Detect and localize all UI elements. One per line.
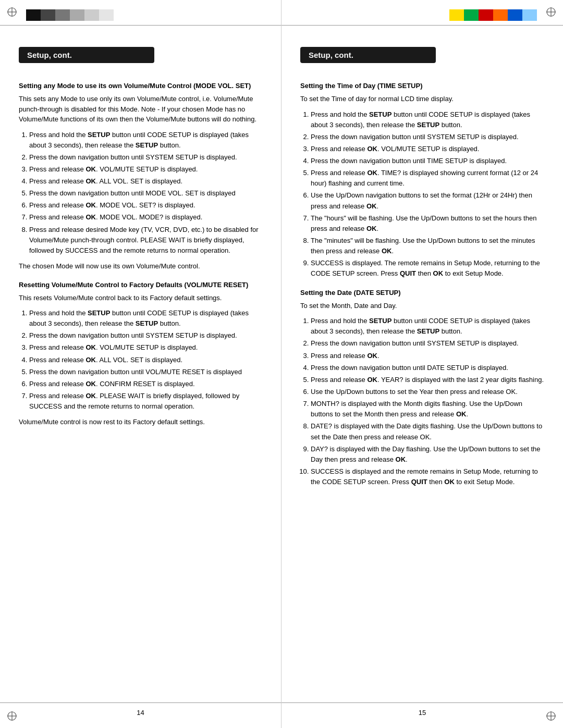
list-item: Press and release OK. CONFIRM RESET is d…	[29, 379, 262, 389]
list-item: Press and release OK. YEAR? is displayed…	[311, 375, 544, 385]
rcb-5	[508, 9, 522, 21]
cb-3	[55, 9, 70, 21]
list-item: SUCCESS is displayed and the remote rema…	[311, 466, 544, 487]
list-item: The "minutes" will be flashing. Use the …	[311, 236, 544, 256]
right-section1-steps: Press and hold the SETUP button until CO…	[300, 109, 544, 279]
cb-2	[41, 9, 55, 21]
color-bar-left	[26, 9, 114, 21]
left-section-title: Setup, cont.	[19, 47, 154, 63]
list-item: Press the down navigation button until S…	[29, 152, 262, 163]
left-section1-steps: Press and hold the SETUP button until CO…	[19, 130, 262, 256]
bottom-line-left	[0, 702, 281, 703]
right-section2-steps: Press and hold the SETUP button until CO…	[300, 316, 544, 487]
list-item: Press and release OK. MODE VOL. MODE? is…	[29, 212, 262, 223]
rcb-4	[493, 9, 508, 21]
left-page: Setup, cont. Setting any Mode to use its…	[0, 0, 282, 728]
right-section1-intro: To set the Time of day for normal LCD ti…	[300, 94, 544, 104]
list-item: Press the down navigation button until V…	[29, 367, 262, 377]
left-section2-steps: Press and hold the SETUP button until CO…	[19, 308, 262, 412]
crosshair-bl-left	[6, 710, 18, 722]
left-page-number: 14	[137, 709, 144, 717]
top-line-left	[0, 25, 281, 26]
list-item: Press the down navigation button until S…	[311, 132, 544, 142]
list-item: Press the down navigation button until D…	[311, 363, 544, 373]
left-section1-intro: This sets any Mode to use only its own V…	[19, 94, 262, 125]
right-page: Setup, cont. Setting the Time of Day (TI…	[282, 0, 563, 728]
bottom-line-right	[282, 702, 563, 703]
left-section1-outro: The chosen Mode will now use its own Vol…	[19, 261, 262, 272]
list-item: DAY? is displayed with the Day flashing.…	[311, 444, 544, 465]
list-item: SUCCESS is displayed. The remote remains…	[311, 258, 544, 279]
cb-5	[84, 9, 99, 21]
crosshair-tr-right	[545, 6, 557, 18]
list-item: Press and release desired Mode key (TV, …	[29, 225, 262, 256]
list-item: Press the down navigation button until S…	[29, 330, 262, 341]
list-item: Press and release OK.	[311, 351, 544, 361]
list-item: Press and release OK. VOL/MUTE SETUP is …	[311, 144, 544, 154]
list-item: Press and release OK. ALL VOL. SET is di…	[29, 176, 262, 187]
left-section2-heading: Resetting Volume/Mute Control to Factory…	[19, 281, 262, 289]
list-item: Press and release OK. TIME? is displayed…	[311, 168, 544, 189]
page-container: Setup, cont. Setting any Mode to use its…	[0, 0, 563, 728]
rcb-3	[479, 9, 493, 21]
list-item: Press the down navigation button until M…	[29, 188, 262, 199]
color-bar-right	[449, 9, 537, 21]
left-section2-outro: Volume/Mute control is now rest to its F…	[19, 417, 262, 427]
list-item: Press and hold the SETUP button until CO…	[29, 130, 262, 151]
right-section2-intro: To set the Month, Date and Day.	[300, 301, 544, 311]
crosshair-br-right	[545, 710, 557, 722]
right-section2-heading: Setting the Date (DATE SETUP)	[300, 289, 544, 297]
right-section-title: Setup, cont.	[300, 47, 436, 63]
cb-1	[26, 9, 41, 21]
list-item: Press and release OK. MODE VOL. SET? is …	[29, 200, 262, 211]
right-section1-heading: Setting the Time of Day (TIME SETUP)	[300, 82, 544, 90]
cb-6	[99, 9, 114, 21]
list-item: Use the Up/Down buttons to set the Year …	[311, 387, 544, 397]
crosshair-tl-left	[6, 6, 18, 18]
left-section2-intro: This resets Volume/Mute control back to …	[19, 293, 262, 303]
list-item: Press and release OK. PLEASE WAIT is bri…	[29, 391, 262, 412]
list-item: Use the Up/Down navigation buttons to se…	[311, 190, 544, 211]
top-line-right	[282, 25, 563, 26]
cb-4	[70, 9, 84, 21]
list-item: Press and hold the SETUP button until CO…	[311, 316, 544, 337]
right-page-number: 15	[419, 709, 426, 717]
list-item: MONTH? is displayed with the Month digit…	[311, 399, 544, 419]
right-title-spacer: Setup, cont.	[300, 47, 544, 72]
list-item: Press the down navigation button until S…	[311, 338, 544, 349]
list-item: Press and release OK. VOL/MUTE SETUP is …	[29, 342, 262, 353]
rcb-2	[464, 9, 479, 21]
list-item: Press the down navigation button until T…	[311, 156, 544, 166]
rcb-1	[449, 9, 464, 21]
left-section1-heading: Setting any Mode to use its own Volume/M…	[19, 82, 262, 90]
list-item: Press and hold the SETUP button until CO…	[29, 308, 262, 329]
list-item: Press and release OK. ALL VOL. SET is di…	[29, 355, 262, 365]
list-item: Press and hold the SETUP button until CO…	[311, 109, 544, 130]
list-item: The "hours" will be flashing. Use the Up…	[311, 213, 544, 234]
list-item: Press and release OK. VOL/MUTE SETUP is …	[29, 164, 262, 175]
rcb-6	[522, 9, 537, 21]
left-title-spacer: Setup, cont.	[19, 47, 262, 72]
list-item: DATE? is displayed with the Date digits …	[311, 421, 544, 442]
